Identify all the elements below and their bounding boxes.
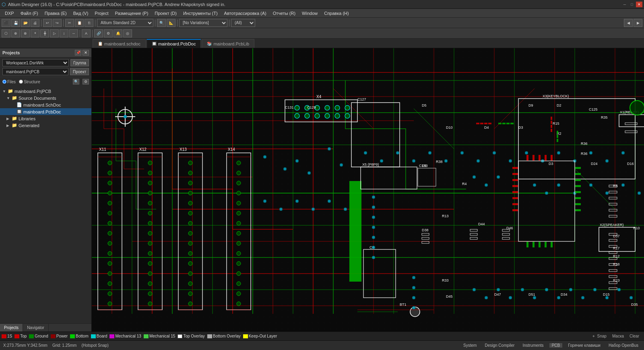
tree-item-4[interactable]: ▶📁Libraries xyxy=(0,115,91,122)
tb2-btn-3[interactable]: ⊗ xyxy=(21,29,30,37)
tree-label-2: mainboard.SchDoc xyxy=(23,103,61,107)
minimize-button[interactable]: ─ xyxy=(621,2,628,7)
menu-item-dxp[interactable]: DXP xyxy=(2,10,17,16)
menu-item-v[interactable]: Вид (V) xyxy=(70,10,92,16)
tb-btn-7[interactable]: ✂ xyxy=(65,19,74,27)
svg-point-251 xyxy=(593,288,597,291)
layer-color-mech13 xyxy=(109,334,114,338)
layer-item-board[interactable]: Board xyxy=(91,334,107,338)
tb2-btn-9[interactable]: A xyxy=(82,29,91,37)
projects-tab[interactable]: Projects xyxy=(0,324,23,331)
sidebar-close[interactable]: ✕ xyxy=(83,50,89,56)
structure-radio[interactable]: Structure xyxy=(19,79,40,84)
tree-item-1[interactable]: ▼📁Source Documents xyxy=(0,95,91,101)
tb2-btn-10[interactable]: 🔗 xyxy=(94,29,103,37)
menu-item-t[interactable]: Инструменты (T) xyxy=(180,10,221,16)
tab-mainboardschdoc[interactable]: 📋mainboard.schdoc xyxy=(93,39,146,48)
hotkeys-btn[interactable]: Горячие клавиши xyxy=(566,343,603,348)
menu-item-e[interactable]: Правка (E) xyxy=(41,10,70,16)
close-button[interactable]: ✕ xyxy=(636,2,642,7)
openbus-btn[interactable]: Набор OpenBus xyxy=(606,343,641,348)
layer-color-keepout xyxy=(243,334,248,338)
sidebar-view-btn2[interactable]: ⚙ xyxy=(83,79,89,84)
maximize-button[interactable]: □ xyxy=(629,2,635,7)
group-button[interactable]: Группа xyxy=(70,59,89,66)
layer-item-mech13[interactable]: Mechanical 13 xyxy=(109,334,141,338)
tb-btn-extra2[interactable]: ▶ xyxy=(634,19,642,27)
tb-btn-6[interactable]: ↪ xyxy=(53,19,62,27)
instruments-btn[interactable]: Instruments xyxy=(520,343,546,348)
svg-point-78 xyxy=(148,241,152,245)
tb-btn-10[interactable]: 🔍 xyxy=(157,19,166,27)
design-compiler-btn[interactable]: Design Compiler xyxy=(482,343,517,348)
layer-item-bottom-overlay[interactable]: Bottom Overlay xyxy=(207,334,241,338)
layer-item-power[interactable]: Power xyxy=(51,334,68,338)
tb2-btn-1[interactable]: ⬡ xyxy=(2,29,10,37)
layer-item-bottom[interactable]: Bottom xyxy=(70,334,89,338)
tb2-btn-4[interactable]: ⌖ xyxy=(31,29,39,37)
menu-item-window[interactable]: Window xyxy=(299,10,321,16)
menu-item-r[interactable]: Отчеты (R) xyxy=(270,10,299,16)
filter-dropdown[interactable]: (All) xyxy=(231,19,255,27)
layer-color-top-overlay xyxy=(178,334,182,338)
svg-point-245 xyxy=(521,288,524,291)
tab-mainboardpcbdoc[interactable]: 🔲mainboard.PcbDoc xyxy=(147,39,201,48)
sidebar-view-btn1[interactable]: 🔍 xyxy=(73,79,79,84)
tree-item-5[interactable]: ▶📁Generated xyxy=(0,122,91,129)
layer-item-top-overlay[interactable]: Top Overlay xyxy=(178,334,204,338)
menu-item-project[interactable]: Project xyxy=(91,10,111,16)
pcb-btn[interactable]: PCB xyxy=(549,343,563,348)
variations-dropdown[interactable]: [No Variations] xyxy=(179,19,227,27)
svg-point-126 xyxy=(335,113,340,118)
sidebar-pin[interactable]: 📌 xyxy=(75,50,81,56)
tb-btn-4[interactable]: 🖨 xyxy=(31,19,39,27)
tab-mainboardpcblib[interactable]: 📚mainboard.PcbLib xyxy=(202,39,254,48)
menu-item-d[interactable]: Проект (D) xyxy=(151,10,180,16)
tb2-btn-11[interactable]: ⚙ xyxy=(104,29,113,37)
clear-button[interactable]: Clear xyxy=(630,334,639,338)
tree-item-3[interactable]: 🔲mainboard.PcbDoc xyxy=(0,108,91,115)
project-button[interactable]: Проект xyxy=(70,68,89,75)
tb2-btn-6[interactable]: ▷ xyxy=(50,29,59,37)
tb2-btn-5[interactable]: ╋ xyxy=(40,29,49,37)
tree-label-5: Generated xyxy=(19,123,39,128)
navigator-tab[interactable]: Navigator xyxy=(23,324,49,331)
tb-btn-3[interactable]: 📂 xyxy=(21,19,30,27)
tb-btn-1[interactable]: ⬛ xyxy=(2,19,10,27)
layer-item-keepout[interactable]: Keep-Out Layer xyxy=(243,334,277,338)
tree-item-0[interactable]: ▼📁mainboard.PrjPCB xyxy=(0,88,91,95)
svg-text:C129: C129 xyxy=(307,105,316,109)
layer-item-mech15[interactable]: Mechanical 15 xyxy=(144,334,175,338)
view-mode-dropdown[interactable]: Altium Standard 2D xyxy=(97,19,153,27)
svg-text:X2(SPEAKER): X2(SPEAKER) xyxy=(600,223,624,227)
tb-btn-extra1[interactable]: ◀ xyxy=(624,19,633,27)
tb-btn-8[interactable]: 📋 xyxy=(75,19,84,27)
system-btn[interactable]: System xyxy=(461,343,479,348)
layer-item-ground[interactable]: Ground xyxy=(29,334,48,338)
tb2-btn-7[interactable]: ↕ xyxy=(60,29,68,37)
svg-rect-298 xyxy=(512,167,518,169)
svg-rect-322 xyxy=(545,242,547,247)
menu-item-p[interactable]: Размещение (P) xyxy=(112,10,152,16)
tb2-btn-2[interactable]: ⊕ xyxy=(11,29,20,37)
files-radio[interactable]: Files xyxy=(2,79,16,84)
svg-point-225 xyxy=(372,256,375,259)
workspace-dropdown[interactable]: Workspace1.DsnWrk xyxy=(2,59,69,66)
svg-rect-268 xyxy=(557,135,558,138)
tb-btn-2[interactable]: 💾 xyxy=(11,19,20,27)
tree-item-2[interactable]: 📄mainboard.SchDoc xyxy=(0,101,91,108)
svg-point-205 xyxy=(509,159,512,163)
tb2-btn-12[interactable]: 🔔 xyxy=(114,29,122,37)
tb-btn-9[interactable]: ⎘ xyxy=(85,19,93,27)
svg-point-88 xyxy=(188,191,192,195)
tb2-btn-8[interactable]: ↔ xyxy=(69,29,78,37)
menu-item-h[interactable]: Справка (H) xyxy=(321,10,352,16)
menu-item-a[interactable]: Автотрассировка (A) xyxy=(221,10,270,16)
layer-item-top[interactable]: Top xyxy=(14,334,27,338)
menu-item-f[interactable]: Файл (F) xyxy=(17,10,41,16)
tb-btn-5[interactable]: ↩ xyxy=(43,19,52,27)
tb2-btn-13[interactable]: ◎ xyxy=(123,29,132,37)
project-dropdown[interactable]: mainboard.PrjPCB xyxy=(2,68,68,75)
pcb-canvas-area[interactable]: X11 X12 X13 X14 xyxy=(92,48,644,331)
tb-btn-11[interactable]: 📐 xyxy=(167,19,175,27)
